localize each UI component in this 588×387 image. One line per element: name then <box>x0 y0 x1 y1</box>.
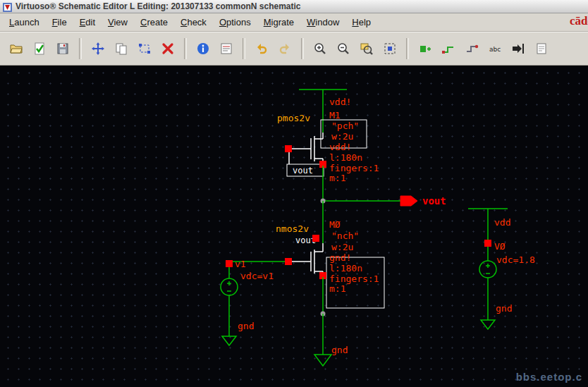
zoom-out-button[interactable] <box>333 38 354 59</box>
properties-button[interactable] <box>216 38 237 59</box>
menu-launch[interactable]: Launch <box>3 14 46 31</box>
menubar: Launch File Edit View Create Check Optio… <box>0 13 588 32</box>
stretch-button[interactable] <box>134 38 155 59</box>
menu-help[interactable]: Help <box>345 14 377 31</box>
pmos-instance-type-label[interactable]: pmos2v <box>277 113 310 123</box>
check-and-save-icon <box>32 42 47 56</box>
properties-icon <box>219 42 233 56</box>
menu-view[interactable]: View <box>102 14 134 31</box>
fit-window-icon <box>383 42 397 56</box>
create-wide-wire-button[interactable] <box>461 38 482 59</box>
virtuoso-window: Virtuoso® Schematic Editor L Editing: 20… <box>0 0 588 387</box>
pmos-fingers-label[interactable]: fingers:1 <box>329 163 379 173</box>
move-button[interactable] <box>87 38 109 59</box>
stretch-icon <box>137 42 152 56</box>
zoom-in-button[interactable] <box>310 38 331 59</box>
nmos-mult-label[interactable]: m:1 <box>329 283 345 294</box>
selection-handle[interactable] <box>312 235 319 242</box>
pmos-bulk-label[interactable]: vdd! <box>329 142 351 152</box>
pmos-length-label[interactable]: l:180n <box>329 152 362 163</box>
v0-gnd-label[interactable]: gnd <box>496 303 512 314</box>
vout-pin-label[interactable]: vout <box>422 195 446 207</box>
selection-handle[interactable] <box>484 240 491 247</box>
pmos-transistor-M1[interactable]: pmos2v M1 "pch" w:2u vdd! l:180n fingers… <box>277 110 379 183</box>
zoom-in-icon <box>313 42 327 56</box>
cadence-logo: cādence <box>570 14 588 28</box>
window-icon <box>3 2 12 11</box>
redo-icon <box>278 42 292 56</box>
pmos-model-label[interactable]: "pch" <box>331 121 359 131</box>
v0-name-label[interactable]: VØ <box>494 241 506 252</box>
open-folder-icon <box>9 42 23 56</box>
create-note-button[interactable] <box>531 38 552 59</box>
toolbar-separator <box>79 38 82 59</box>
v0-symbol[interactable] <box>479 261 496 278</box>
window-title: Virtuoso® Schematic Editor L Editing: 20… <box>16 1 301 11</box>
nmos-transistor-M0[interactable]: nmos2v vout MØ "nch" w:2u gnd! l:180n fi… <box>276 201 384 308</box>
nmos-name-label[interactable]: MØ <box>329 219 341 230</box>
create-label-button[interactable]: abc <box>484 38 506 59</box>
save-button[interactable] <box>52 38 73 59</box>
v1-name-label[interactable]: v1 <box>235 259 246 269</box>
create-wire-icon <box>441 42 455 56</box>
fit-window-button[interactable] <box>379 38 400 59</box>
vout-pin[interactable] <box>400 196 417 206</box>
menu-create[interactable]: Create <box>134 14 174 31</box>
delete-icon <box>161 42 175 56</box>
titlebar[interactable]: Virtuoso® Schematic Editor L Editing: 20… <box>0 0 588 13</box>
pmos-width-label[interactable]: w:2u <box>331 131 353 142</box>
nmos-length-label[interactable]: l:180n <box>329 263 362 274</box>
create-wire-button[interactable] <box>438 38 459 59</box>
menu-window[interactable]: Window <box>300 14 345 31</box>
pin-icon <box>511 42 525 56</box>
v0-voltage-source[interactable]: vdd VØ vdc=1.8 gnd <box>468 209 535 329</box>
schematic-canvas[interactable]: vdd! pmos2v M1 "pch" w:2u vdd! l:180n fi… <box>0 66 588 387</box>
v0-value-label[interactable]: vdc=1.8 <box>496 254 535 265</box>
gnd-label[interactable]: gnd <box>331 345 348 355</box>
menu-migrate[interactable]: Migrate <box>257 14 300 31</box>
toolbar-separator <box>301 38 304 59</box>
redo-button[interactable] <box>274 38 295 59</box>
note-icon <box>534 42 549 56</box>
nmos-instance-type-label[interactable]: nmos2v <box>276 223 309 234</box>
v1-symbol[interactable] <box>221 278 238 295</box>
v1-gnd-label[interactable]: gnd <box>238 321 254 331</box>
toolbar: abc <box>0 32 588 66</box>
undo-button[interactable] <box>251 38 272 59</box>
v1-voltage-source[interactable]: v1 vdc=v1 gnd <box>221 258 292 345</box>
menu-edit[interactable]: Edit <box>73 14 102 31</box>
schematic-drawing: vdd! pmos2v M1 "pch" w:2u vdd! l:180n fi… <box>0 66 588 387</box>
create-instance-icon <box>418 42 432 56</box>
pmos-mult-label[interactable]: m:1 <box>329 173 345 183</box>
net-label-vdd[interactable]: vdd! <box>329 97 351 107</box>
copy-button[interactable] <box>111 38 132 59</box>
check-and-save-button[interactable] <box>29 38 50 59</box>
gnd-symbol[interactable] <box>481 320 495 329</box>
create-pin-button[interactable] <box>508 38 529 59</box>
menu-file[interactable]: File <box>46 14 73 31</box>
selection-handle[interactable] <box>285 258 292 265</box>
gnd-symbol[interactable] <box>222 336 236 345</box>
nmos-fingers-label[interactable]: fingers:1 <box>329 274 379 284</box>
selection-handle[interactable] <box>226 260 233 267</box>
nmos-width-label[interactable]: w:2u <box>331 242 353 252</box>
gnd-symbol[interactable] <box>314 355 331 366</box>
undo-icon <box>255 42 269 56</box>
open-button[interactable] <box>6 38 27 59</box>
create-instance-button[interactable] <box>415 38 436 59</box>
copy-icon <box>114 42 128 56</box>
menu-options[interactable]: Options <box>213 14 257 31</box>
v0-vdd-label[interactable]: vdd <box>494 217 510 228</box>
selection-handle[interactable] <box>285 145 292 152</box>
svg-text:abc: abc <box>489 46 501 53</box>
nmos-model-label[interactable]: "nch" <box>331 231 359 241</box>
delete-button[interactable] <box>157 38 178 59</box>
save-icon <box>56 42 70 56</box>
pmos-name-label[interactable]: M1 <box>329 110 341 121</box>
pmos-gate-net-label[interactable]: vout <box>293 166 313 176</box>
v1-value-label[interactable]: vdc=v1 <box>240 271 274 281</box>
menu-check[interactable]: Check <box>174 14 213 31</box>
nmos-bulk-label[interactable]: gnd! <box>329 252 351 263</box>
zoom-to-fit-button[interactable] <box>356 38 377 59</box>
object-info-button[interactable] <box>192 38 214 59</box>
